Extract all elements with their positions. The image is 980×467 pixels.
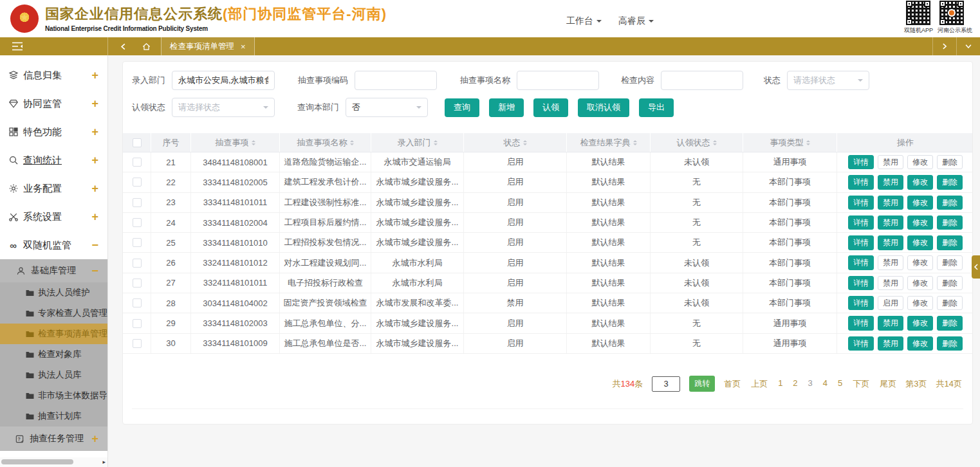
tab-inspection-item-list[interactable]: 检查事项清单管理 × xyxy=(161,37,255,55)
sidebar-item-featured-functions[interactable]: 特色功能+ xyxy=(0,118,107,146)
detail-button[interactable]: 详情 xyxy=(848,336,874,351)
detail-button[interactable]: 详情 xyxy=(848,175,874,189)
row-checkbox[interactable] xyxy=(133,298,142,307)
column-header-4[interactable]: 录入部门 xyxy=(371,133,464,152)
row-checkbox[interactable] xyxy=(133,319,142,328)
detail-button[interactable]: 详情 xyxy=(848,235,874,250)
row-checkbox[interactable] xyxy=(133,218,142,227)
disable-button[interactable]: 禁用 xyxy=(878,316,903,330)
plus-icon[interactable]: + xyxy=(91,211,98,223)
sidebar-item-system-settings[interactable]: 系统设置+ xyxy=(0,203,107,231)
export-button[interactable]: 导出 xyxy=(639,98,674,117)
edit-button[interactable]: 修改 xyxy=(907,316,933,330)
sidebar-item-expert-inspector-management[interactable]: 专家检查人员管理 xyxy=(0,303,107,324)
edit-button[interactable]: 修改 xyxy=(907,196,933,210)
enable-button[interactable]: 启用 xyxy=(878,296,903,310)
disable-button[interactable]: 禁用 xyxy=(878,276,903,290)
detail-button[interactable]: 详情 xyxy=(848,215,874,230)
disable-button[interactable]: 禁用 xyxy=(878,255,903,270)
own-dept-select[interactable]: 否 xyxy=(346,98,428,117)
detail-button[interactable]: 详情 xyxy=(848,296,874,310)
column-header-5[interactable]: 状态 xyxy=(464,133,567,152)
sort-icon[interactable] xyxy=(434,138,438,147)
sidebar-horizontal-scrollbar[interactable]: ▸ xyxy=(0,457,108,467)
delete-button[interactable]: 删除 xyxy=(937,255,963,270)
minus-icon[interactable]: − xyxy=(91,239,98,251)
sort-icon[interactable] xyxy=(350,138,354,147)
sort-icon[interactable] xyxy=(713,138,717,147)
scrollbar-thumb[interactable] xyxy=(1,459,73,464)
detail-button[interactable]: 详情 xyxy=(848,276,874,290)
column-header-3[interactable]: 抽查事项名称 xyxy=(280,133,371,152)
select-all-checkbox[interactable] xyxy=(133,138,142,147)
plus-icon[interactable]: + xyxy=(91,69,98,81)
search-button[interactable]: 查询 xyxy=(445,98,479,117)
disable-button[interactable]: 禁用 xyxy=(878,155,903,169)
edit-button[interactable]: 修改 xyxy=(907,215,933,230)
close-icon[interactable]: × xyxy=(241,42,246,51)
disable-button[interactable]: 禁用 xyxy=(878,175,903,189)
content-input[interactable] xyxy=(661,71,743,90)
delete-button[interactable]: 删除 xyxy=(937,215,963,230)
item-name-input[interactable] xyxy=(517,71,599,90)
row-checkbox[interactable] xyxy=(133,339,142,348)
add-button[interactable]: 新增 xyxy=(489,98,524,117)
sidebar-item-sampling-task-management[interactable]: ?抽查任务管理+ xyxy=(0,426,107,451)
page-link-prev[interactable]: 上页 xyxy=(751,378,768,390)
sidebar-item-base-library-management[interactable]: 基础库管理− xyxy=(0,259,107,282)
sidebar-item-business-config[interactable]: 业务配置+ xyxy=(0,174,107,203)
disable-button[interactable]: 禁用 xyxy=(878,336,903,351)
claim-status-select[interactable]: 请选择状态 xyxy=(172,98,275,117)
sort-icon[interactable] xyxy=(523,138,527,147)
edit-button[interactable]: 修改 xyxy=(907,175,933,189)
back-chevron-icon[interactable] xyxy=(115,37,131,55)
sidebar-item-collab-supervision[interactable]: 协同监管+ xyxy=(0,89,107,118)
user-menu[interactable]: 高睿辰 xyxy=(618,15,654,27)
page-link-page-3[interactable]: 3 xyxy=(808,378,813,390)
delete-button[interactable]: 删除 xyxy=(937,316,963,330)
sidebar-item-double-random-supervision[interactable]: ∞双随机监管− xyxy=(0,231,107,259)
detail-button[interactable]: 详情 xyxy=(848,255,874,270)
menu-fold-icon[interactable] xyxy=(9,37,26,55)
disable-button[interactable]: 禁用 xyxy=(878,196,903,210)
page-link-last[interactable]: 尾页 xyxy=(880,378,896,390)
delete-button[interactable]: 删除 xyxy=(937,155,963,169)
delete-button[interactable]: 删除 xyxy=(937,296,963,310)
right-panel-collapse-handle[interactable] xyxy=(972,255,980,279)
detail-button[interactable]: 详情 xyxy=(848,155,874,169)
page-link-page-2[interactable]: 2 xyxy=(793,378,797,390)
column-header-8[interactable]: 事项类型 xyxy=(743,133,837,152)
column-header-2[interactable]: 抽查事项 xyxy=(191,133,280,152)
plus-icon[interactable]: + xyxy=(91,154,98,166)
scrollbar-right-arrow-icon[interactable]: ▸ xyxy=(102,459,106,465)
home-icon[interactable] xyxy=(138,37,154,55)
sidebar-item-non-market-entity-data-import[interactable]: 非市场主体数据导入 xyxy=(0,385,107,406)
page-jump-input[interactable] xyxy=(652,376,680,392)
scroll-right-icon[interactable] xyxy=(932,37,956,55)
row-checkbox[interactable] xyxy=(133,158,142,167)
row-checkbox[interactable] xyxy=(133,238,142,247)
claim-button[interactable]: 认领 xyxy=(533,98,568,117)
column-header-7[interactable]: 认领状态 xyxy=(651,133,743,152)
workbench-menu[interactable]: 工作台 xyxy=(566,15,602,27)
delete-button[interactable]: 删除 xyxy=(937,235,963,250)
plus-icon[interactable]: + xyxy=(91,183,98,194)
plus-icon[interactable]: + xyxy=(91,433,98,444)
page-link-first[interactable]: 首页 xyxy=(724,378,741,390)
plus-icon[interactable]: + xyxy=(91,98,98,109)
plus-icon[interactable]: + xyxy=(91,126,98,138)
row-checkbox[interactable] xyxy=(133,279,142,288)
edit-button[interactable]: 修改 xyxy=(907,235,933,250)
status-select[interactable]: 请选择状态 xyxy=(787,71,869,90)
item-code-input[interactable] xyxy=(355,71,437,90)
disable-button[interactable]: 禁用 xyxy=(878,235,903,250)
edit-button[interactable]: 修改 xyxy=(907,155,933,169)
sidebar-item-law-enforcer-maintenance[interactable]: 执法人员维护 xyxy=(0,282,107,303)
page-link-next[interactable]: 下页 xyxy=(853,378,869,390)
edit-button[interactable]: 修改 xyxy=(907,255,933,270)
row-checkbox[interactable] xyxy=(133,198,142,207)
row-checkbox[interactable] xyxy=(133,259,142,268)
tab-actions-chevron-down-icon[interactable] xyxy=(956,37,980,55)
delete-button[interactable]: 删除 xyxy=(937,276,963,290)
sidebar-item-query-statistics[interactable]: 查询统计+ xyxy=(0,146,107,174)
